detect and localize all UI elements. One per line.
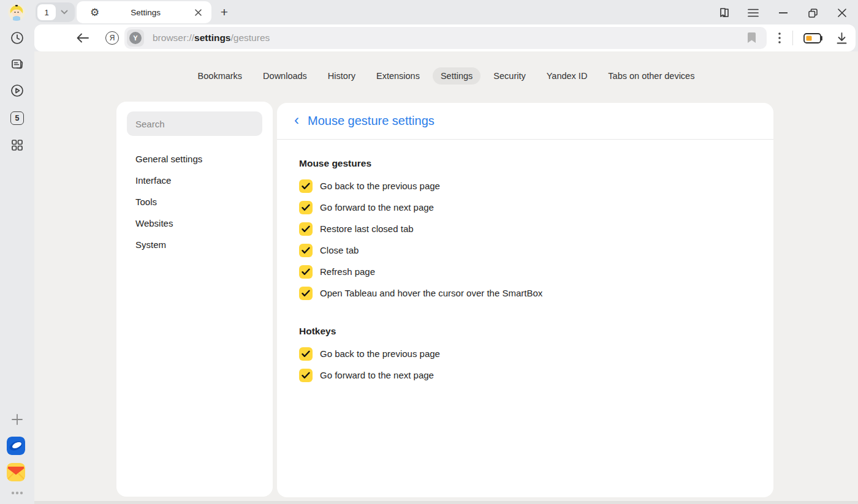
checkbox-label: Refresh page xyxy=(320,266,375,277)
video-icon[interactable] xyxy=(7,81,27,100)
checkbox-row[interactable]: Close tab xyxy=(299,239,751,261)
history-icon[interactable] xyxy=(7,28,27,48)
url-scheme: browser:// xyxy=(153,32,194,43)
settings-page: Bookmarks Downloads History Extensions S… xyxy=(34,51,858,501)
tab-group-badge: 1 xyxy=(37,4,56,20)
settings-sidebar-card: General settings Interface Tools Website… xyxy=(116,102,273,497)
side-panel-icon[interactable] xyxy=(716,5,732,21)
checkbox-label: Go forward to the next page xyxy=(320,202,434,213)
close-icon[interactable] xyxy=(834,5,850,21)
settings-menu-item[interactable]: General settings xyxy=(127,148,262,170)
profile-avatar[interactable] xyxy=(8,4,25,21)
checkbox-checked-icon[interactable] xyxy=(299,287,313,300)
hotkeys-section: Hotkeys Go back to the previous page xyxy=(299,326,751,386)
checkbox-label: Go back to the previous page xyxy=(320,181,440,191)
section-heading: Hotkeys xyxy=(299,326,751,337)
checkbox-row[interactable]: Go back to the previous page xyxy=(299,175,751,197)
tab-group-selector[interactable]: 1 xyxy=(36,2,75,22)
settings-nav-tab[interactable]: Tabs on other devices xyxy=(600,67,702,85)
apps-grid-icon[interactable] xyxy=(7,135,27,155)
settings-nav-tab[interactable]: Yandex ID xyxy=(539,67,596,85)
browser-toolbar: Я Y browser://settings/gestures xyxy=(34,24,856,51)
url-text: browser://settings/gestures xyxy=(153,32,270,43)
chevron-down-icon[interactable] xyxy=(61,10,68,15)
checkbox-row[interactable]: Go back to the previous page xyxy=(299,343,751,364)
page-title[interactable]: Mouse gesture settings xyxy=(308,114,435,128)
settings-content-card: ‹ Mouse gesture settings Mouse gestures … xyxy=(277,103,773,497)
checkbox-checked-icon[interactable] xyxy=(299,201,313,214)
checkbox-checked-icon[interactable] xyxy=(299,222,313,236)
tabs-count-badge: 5 xyxy=(10,111,24,125)
checkbox-label: Go forward to the next page xyxy=(320,370,434,380)
checkbox-row[interactable]: Go forward to the next page xyxy=(299,364,751,386)
settings-nav-tab[interactable]: History xyxy=(320,67,363,85)
site-badge-icon[interactable]: Y xyxy=(127,29,144,47)
feed-icon[interactable] xyxy=(7,55,27,74)
tab-settings[interactable]: ⚙ Settings xyxy=(77,1,211,23)
checkbox-checked-icon[interactable] xyxy=(299,244,313,257)
window-sidebar: 5 xyxy=(0,0,34,504)
settings-nav-tab[interactable]: Bookmarks xyxy=(190,67,251,85)
mouse-gestures-section: Mouse gestures Go back to the previous p… xyxy=(299,158,751,304)
kebab-menu-icon[interactable] xyxy=(772,31,787,45)
battery-icon[interactable] xyxy=(803,31,824,45)
add-icon[interactable] xyxy=(7,410,27,429)
content-header: ‹ Mouse gesture settings xyxy=(277,103,773,140)
mail-app-icon[interactable] xyxy=(7,463,25,481)
toolbar-divider xyxy=(792,31,793,45)
tabs-count-icon[interactable]: 5 xyxy=(7,108,27,128)
search-box[interactable] xyxy=(127,111,262,136)
checkbox-checked-icon[interactable] xyxy=(299,265,313,279)
url-path: /gestures xyxy=(231,32,270,43)
section-heading: Mouse gestures xyxy=(299,158,751,169)
settings-menu-item[interactable]: Interface xyxy=(127,170,262,191)
mouse-gestures-list: Go back to the previous page Go forward … xyxy=(299,175,751,304)
settings-top-nav: Bookmarks Downloads History Extensions S… xyxy=(34,67,858,85)
menu-icon[interactable] xyxy=(745,5,761,21)
bookmark-icon[interactable] xyxy=(748,32,756,43)
new-tab-button[interactable]: + xyxy=(217,5,232,20)
settings-menu: General settings Interface Tools Website… xyxy=(127,148,262,255)
minimize-icon[interactable] xyxy=(775,5,791,21)
gear-icon: ⚙ xyxy=(90,6,99,19)
settings-menu-item[interactable]: Tools xyxy=(127,191,262,213)
back-chevron-icon[interactable]: ‹ xyxy=(289,113,304,130)
close-tab-icon[interactable] xyxy=(192,6,204,18)
checkbox-checked-icon[interactable] xyxy=(299,179,313,193)
search-input[interactable] xyxy=(127,119,266,129)
checkbox-row[interactable]: Restore last closed tab xyxy=(299,218,751,239)
checkbox-checked-icon[interactable] xyxy=(299,347,313,361)
tab-title: Settings xyxy=(99,8,192,17)
maximize-icon[interactable] xyxy=(805,5,821,21)
settings-nav-tab[interactable]: Settings xyxy=(433,67,480,85)
checkbox-row[interactable]: Open Tableau and hover the cursor over t… xyxy=(299,282,751,304)
checkbox-label: Open Tableau and hover the cursor over t… xyxy=(320,288,542,298)
checkbox-label: Close tab xyxy=(320,245,359,255)
settings-menu-item[interactable]: System xyxy=(127,234,262,255)
downloads-icon[interactable] xyxy=(834,31,849,45)
address-bar[interactable]: Y browser://settings/gestures xyxy=(124,27,767,49)
settings-nav-tab[interactable]: Downloads xyxy=(255,67,315,85)
settings-menu-item[interactable]: Websites xyxy=(127,213,262,234)
yandex-start-icon[interactable]: Я xyxy=(105,31,120,45)
hotkeys-list: Go back to the previous page Go forward … xyxy=(299,343,751,386)
checkbox-row[interactable]: Go forward to the next page xyxy=(299,197,751,218)
tab-bar: 1 ⚙ Settings + xyxy=(34,0,858,24)
settings-nav-tab[interactable]: Security xyxy=(485,67,533,85)
checkbox-label: Restore last closed tab xyxy=(320,224,414,234)
url-host: settings xyxy=(194,32,230,43)
disk-app-icon[interactable] xyxy=(7,437,25,455)
more-icon[interactable] xyxy=(7,483,27,503)
settings-nav-tab[interactable]: Extensions xyxy=(368,67,428,85)
window-bottom-edge xyxy=(34,501,858,504)
checkbox-checked-icon[interactable] xyxy=(299,369,313,382)
checkbox-row[interactable]: Refresh page xyxy=(299,261,751,282)
checkbox-label: Go back to the previous page xyxy=(320,348,440,359)
back-icon[interactable] xyxy=(75,31,90,45)
